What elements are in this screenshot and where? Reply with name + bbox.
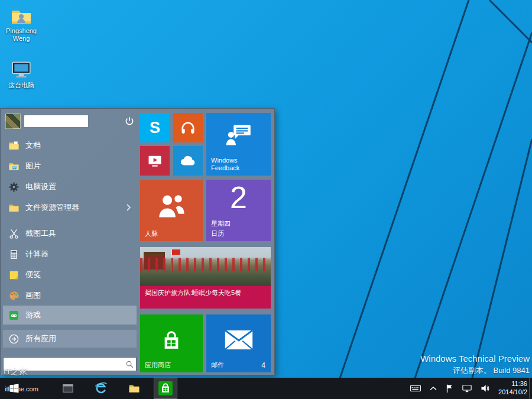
taskbar-clock[interactable]: 11:36 2014/10/2 [498, 380, 527, 397]
start-menu: 文档 图片 电脑设置 文件资源管理器 [0, 108, 275, 375]
internet-explorer-button[interactable] [90, 378, 112, 399]
news-photo [140, 247, 271, 286]
start-nav-label: 游戏 [25, 310, 41, 320]
start-nav-label: 电脑设置 [25, 181, 56, 192]
calendar-weekday: 星期四 [211, 219, 231, 228]
settings-gear-icon [8, 181, 20, 193]
headphones-icon [173, 113, 203, 142]
search-icon[interactable] [123, 360, 136, 369]
touch-keyboard-icon[interactable] [410, 384, 421, 393]
start-nav-snipping-tool[interactable]: 截图工具 [3, 225, 137, 242]
file-explorer-button[interactable] [123, 378, 145, 399]
start-nav-file-explorer[interactable]: 文件资源管理器 [3, 199, 137, 216]
user-folder-icon [0, 7, 43, 26]
build-watermark-subtitle: 评估副本。 Build 9841 [420, 365, 530, 376]
tile-calendar[interactable]: 2 星期四 日历 [206, 180, 271, 241]
power-button[interactable] [122, 114, 137, 128]
paint-palette-icon [8, 290, 20, 301]
tile-mail[interactable]: 邮件 4 [206, 314, 271, 372]
tile-video[interactable] [140, 146, 170, 176]
taskbar: 11:36 2014/10/2 [0, 378, 532, 399]
store-icon [158, 381, 173, 396]
tile-onedrive[interactable] [173, 146, 203, 176]
tile-news[interactable]: 揭国庆护旗方队:睡眠少每天吃5餐 [140, 247, 271, 309]
tile-label: 邮件 [211, 361, 224, 369]
sticky-notes-icon [8, 269, 20, 281]
start-nav-label: 计算器 [25, 249, 48, 259]
tile-store[interactable]: 应用商店 [140, 314, 203, 372]
video-player-icon [140, 146, 170, 176]
start-nav-calculator[interactable]: 计算器 [3, 245, 137, 263]
start-nav-games[interactable]: 游戏 [3, 306, 137, 325]
internet-explorer-icon [94, 381, 108, 395]
taskbar-pinned-app[interactable] [57, 378, 79, 399]
pictures-folder-icon [8, 160, 20, 172]
power-icon [124, 116, 135, 126]
start-nav-pc-settings[interactable]: 电脑设置 [3, 178, 137, 196]
action-center-flag-icon[interactable] [445, 384, 454, 393]
onedrive-cloud-icon [173, 146, 203, 176]
desktop-icon-label: 这台电脑 [0, 82, 43, 89]
user-avatar[interactable] [5, 113, 21, 129]
folder-icon [128, 382, 141, 394]
desktop[interactable]: Pingsheng Weng 这台电脑 Windows Technical Pr… [0, 0, 532, 399]
news-photo-crowd-flags [140, 258, 271, 271]
news-photo-flag [172, 249, 180, 255]
desktop-icon-this-pc[interactable]: 这台电脑 [0, 59, 43, 89]
show-desktop-button[interactable] [529, 378, 532, 399]
tile-label: 人脉 [145, 230, 158, 238]
file-explorer-icon [8, 202, 20, 213]
desktop-icon-user-folder[interactable]: Pingsheng Weng [0, 7, 43, 43]
chevron-right-icon [125, 203, 132, 212]
skype-icon: S [140, 113, 170, 142]
mail-unread-badge: 4 [261, 361, 265, 369]
start-nav-label: 画图 [25, 290, 41, 301]
clock-time: 11:36 [498, 380, 527, 388]
desktop-icon-label: Pingsheng Weng [0, 27, 43, 43]
user-name-field[interactable] [24, 115, 88, 127]
all-apps-label: 所有应用 [25, 333, 56, 344]
calculator-icon [8, 248, 20, 260]
all-apps-arrow-icon [8, 333, 20, 345]
tile-music[interactable] [173, 113, 203, 142]
tray-overflow-chevron-icon[interactable] [429, 385, 437, 392]
calendar-day: 2 [206, 180, 271, 215]
start-nav-label: 截图工具 [25, 228, 56, 239]
tile-windows-feedback[interactable]: Windows Feedback [206, 113, 271, 176]
tile-label: 应用商店 [145, 361, 171, 369]
start-nav-label: 文件资源管理器 [25, 202, 79, 213]
start-nav-label: 便笺 [25, 270, 41, 280]
tile-label: 日历 [211, 230, 224, 238]
this-pc-icon [0, 59, 43, 80]
tile-skype[interactable]: S [140, 113, 170, 142]
tile-people[interactable]: 人脉 [140, 180, 203, 241]
start-nav-sticky-notes[interactable]: 便笺 [3, 266, 137, 284]
site-watermark-url: ithome.com [5, 385, 38, 392]
clock-date: 2014/10/2 [498, 388, 527, 397]
start-nav-label: 文档 [25, 140, 41, 151]
snipping-tool-icon [8, 228, 20, 239]
build-watermark: Windows Technical Preview 评估副本。 Build 98… [420, 353, 530, 376]
start-nav-label: 图片 [25, 161, 41, 171]
news-headline: 揭国庆护旗方队:睡眠少每天吃5餐 [140, 286, 271, 309]
games-icon [8, 309, 20, 321]
start-nav-pictures[interactable]: 图片 [3, 157, 137, 175]
documents-folder-icon [8, 140, 20, 151]
start-nav-documents[interactable]: 文档 [3, 137, 137, 154]
app-window-icon [61, 382, 74, 394]
site-watermark-logo: IT之家 [4, 366, 27, 377]
system-tray: 11:36 2014/10/2 [410, 378, 527, 399]
start-all-apps[interactable]: 所有应用 [3, 330, 137, 348]
build-watermark-title: Windows Technical Preview [420, 353, 530, 364]
start-nav-paint[interactable]: 画图 [3, 287, 137, 304]
tile-label: Windows Feedback [211, 157, 255, 173]
store-button-active[interactable] [154, 378, 177, 399]
volume-icon[interactable] [480, 384, 491, 393]
network-icon[interactable] [462, 384, 472, 393]
